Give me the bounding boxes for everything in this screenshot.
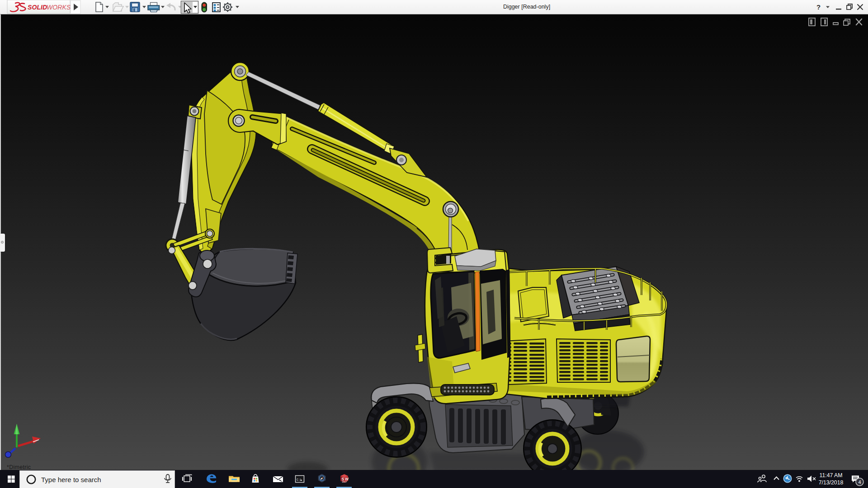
svg-text:4: 4 (858, 479, 861, 485)
svg-text:SOLID: SOLID (28, 4, 47, 11)
svg-text:?: ? (816, 3, 821, 11)
svg-text:7/13/2018: 7/13/2018 (819, 479, 844, 486)
svg-text:WORKS: WORKS (47, 4, 71, 11)
svg-text:2017: 2017 (342, 480, 347, 483)
svg-text:11:47 AM: 11:47 AM (819, 472, 842, 479)
